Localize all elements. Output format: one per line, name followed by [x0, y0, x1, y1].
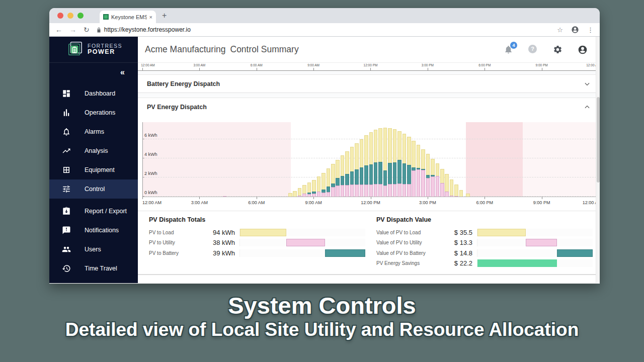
battery-energy-dispatch-panel[interactable]: Battery Energy Dispatch	[138, 74, 600, 93]
sidebar-item-analysis[interactable]: Analysis	[49, 141, 138, 160]
pv-bar[interactable]	[331, 164, 335, 197]
page-title: Acme Manufacturing Control Summary	[145, 44, 299, 55]
row-bar-track	[477, 229, 593, 236]
pv-panel-header[interactable]: PV Energy Dispatch	[138, 98, 600, 116]
tab-close-icon[interactable]: ×	[149, 14, 152, 20]
browser-profile-icon[interactable]	[571, 26, 579, 34]
row-value: 94 kWh	[208, 229, 239, 236]
remnant-axis-tick	[370, 68, 371, 70]
forward-icon[interactable]: →	[69, 26, 76, 33]
row-label: Value of PV to Load	[376, 230, 446, 235]
pv-bar[interactable]	[307, 183, 311, 197]
pv-bar[interactable]	[345, 151, 349, 197]
pv-bar[interactable]	[450, 179, 454, 197]
row-label: PV to Utility	[149, 240, 208, 245]
account-button[interactable]	[578, 45, 588, 55]
pv-bar[interactable]	[445, 174, 449, 197]
pv-bar[interactable]	[378, 128, 382, 197]
sidebar-item-users[interactable]: Users	[49, 240, 138, 259]
pv-bar[interactable]	[426, 154, 430, 197]
sidebar-item-control[interactable]: Control	[49, 179, 138, 199]
pv-bar[interactable]	[360, 139, 364, 197]
equipment-icon	[62, 165, 71, 174]
pv-panel-title: PV Energy Dispatch	[147, 104, 207, 111]
help-button[interactable]: ?	[528, 45, 538, 55]
pv-bar[interactable]	[288, 193, 292, 197]
pv-bar[interactable]	[336, 160, 340, 197]
pv-bar[interactable]	[393, 129, 397, 197]
pv-bar[interactable]	[312, 180, 316, 197]
row-bar-track	[239, 229, 365, 236]
app-header: Acme Manufacturing Control Summary 4 ?	[138, 37, 600, 63]
pv-bar[interactable]	[383, 128, 387, 197]
bookmark-star-icon[interactable]: ☆	[557, 26, 563, 34]
sidebar-item-operations[interactable]: Operations	[49, 103, 138, 122]
chevron-up-icon[interactable]	[584, 104, 591, 111]
pv-bar[interactable]	[369, 132, 373, 197]
pv-bar[interactable]	[293, 191, 297, 197]
pv-bar[interactable]	[417, 145, 421, 197]
pv-bar[interactable]	[327, 168, 331, 197]
pv-bar[interactable]	[364, 135, 368, 197]
row-label: Value of PV to Utility	[376, 240, 446, 245]
pv-bar[interactable]	[374, 130, 378, 197]
maximize-window-button[interactable]	[77, 13, 84, 19]
pv-bar[interactable]	[440, 169, 444, 197]
sidebar-item-dashboard[interactable]: Dashboard	[49, 84, 138, 103]
values-title: PV Dispatch Value	[376, 216, 593, 223]
pv-bar[interactable]	[341, 155, 345, 197]
url-text: https://keystone.fortresspower.io	[104, 26, 191, 33]
close-window-button[interactable]	[57, 13, 63, 19]
remnant-axis-tick	[542, 68, 542, 70]
browser-tab[interactable]: Keystone EMS ×	[100, 11, 156, 23]
main-content: Acme Manufacturing Control Summary 4 ?	[138, 37, 600, 283]
scrollbar[interactable]	[596, 37, 600, 283]
y-axis-label: 0 kWh	[144, 190, 157, 195]
tab-favicon-icon	[103, 14, 109, 20]
caption-subtitle: Detailed view of Local Site Utility and …	[0, 319, 644, 341]
pv-bar[interactable]	[436, 163, 440, 197]
sidebar-collapse-icon[interactable]: «	[120, 68, 125, 76]
pv-bar[interactable]	[350, 147, 354, 197]
pv-bar[interactable]	[454, 185, 458, 197]
pv-bar[interactable]	[397, 131, 401, 197]
row-bar	[557, 249, 593, 257]
fortress-power-logo-icon	[66, 40, 84, 59]
pv-bar[interactable]	[459, 190, 463, 197]
pv-bar[interactable]	[302, 185, 306, 197]
sidebar-item-notifications[interactable]: Notifications	[49, 221, 138, 240]
x-axis-label: 6:00 PM	[476, 200, 493, 205]
row-value: 39 kWh	[208, 249, 239, 257]
back-icon[interactable]: ←	[55, 26, 62, 33]
sidebar-item-alarms[interactable]: Alarms	[49, 122, 138, 141]
scrollbar-thumb[interactable]	[597, 97, 600, 183]
reload-icon[interactable]: ↻	[84, 26, 90, 33]
sidebar-item-equipment[interactable]: Equipment	[49, 160, 138, 179]
pv-bar[interactable]	[431, 159, 435, 197]
settings-button[interactable]	[553, 45, 563, 55]
notifications-bell-button[interactable]: 4	[504, 45, 514, 55]
chevron-down-icon[interactable]	[584, 80, 591, 87]
pv-bar[interactable]	[388, 128, 392, 197]
pv-bar[interactable]	[403, 134, 407, 197]
sidebar-item-label: Notifications	[85, 227, 119, 234]
help-icon: ?	[528, 45, 537, 53]
brand-logo: FORTRESS POWER	[49, 37, 138, 63]
pv-bar[interactable]	[298, 188, 302, 197]
pv-bar[interactable]	[407, 137, 411, 197]
remnant-axis-tick	[428, 68, 428, 70]
pv-bar[interactable]	[321, 173, 326, 197]
pv-bar[interactable]	[412, 141, 416, 197]
sidebar-item-report-export[interactable]: Report / Export	[49, 202, 138, 221]
address-bar[interactable]: https://keystone.fortresspower.io	[97, 26, 550, 33]
pv-bar[interactable]	[421, 149, 425, 197]
minimize-window-button[interactable]	[67, 13, 73, 19]
browser-menu-icon[interactable]: ⋮	[587, 27, 594, 33]
sidebar-item-label: Alarms	[85, 128, 104, 135]
remnant-axis-label: 12:00 AM	[141, 63, 154, 67]
table-row: PV to Utility38 kWh	[149, 238, 365, 248]
pv-bar[interactable]	[317, 176, 321, 197]
pv-bar[interactable]	[355, 143, 359, 197]
sidebar-item-time-travel[interactable]: Time Travel	[49, 259, 138, 278]
new-tab-button[interactable]: +	[162, 10, 167, 21]
